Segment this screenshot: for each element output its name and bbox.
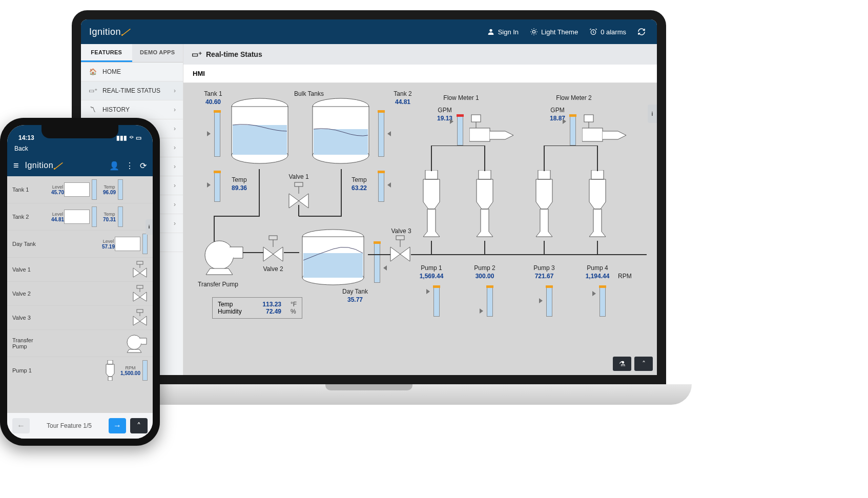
monitor-icon: ▭⁺ bbox=[88, 87, 97, 94]
row-label: Valve 3 bbox=[12, 315, 48, 321]
row-label: Transfer Pump bbox=[12, 337, 48, 349]
nav-realtime-status[interactable]: ▭⁺ REAL-TIME STATUS › bbox=[81, 81, 183, 100]
chevron-right-icon: › bbox=[174, 125, 176, 132]
env-hum-unit: % bbox=[291, 308, 296, 315]
refresh-icon[interactable]: ⟳ bbox=[140, 161, 147, 171]
row-label: Valve 2 bbox=[12, 291, 48, 297]
pump1-value: 1,569.44 bbox=[413, 273, 450, 280]
monitor-icon: ▭⁺ bbox=[192, 50, 202, 58]
phone-row-xferpump[interactable]: Transfer Pump bbox=[7, 330, 153, 357]
phone-row-tank2[interactable]: Tank 2 Level 44.81 Temp 70.31 bbox=[7, 203, 153, 231]
pump2-gauge[interactable] bbox=[487, 286, 493, 317]
flow1-gauge[interactable] bbox=[457, 115, 463, 146]
pump1-gauge[interactable] bbox=[433, 286, 440, 317]
temp-label: Temp bbox=[104, 184, 115, 190]
laptop-mockup: Ignition.⁄ Sign In Light Theme 0 alarms bbox=[72, 10, 687, 430]
nav-home[interactable]: 🏠 HOME bbox=[81, 63, 183, 81]
tab-features[interactable]: FEATURES bbox=[81, 44, 132, 62]
valve2-label: Valve 2 bbox=[260, 265, 286, 273]
info-tab[interactable]: i bbox=[648, 105, 657, 123]
env-hum-label: Humidity bbox=[218, 308, 249, 315]
tab-demo-apps[interactable]: DEMO APPS bbox=[132, 44, 183, 62]
tank2-label: Tank 2 bbox=[387, 90, 418, 97]
chevron-right-icon: › bbox=[174, 163, 176, 170]
tank1-gauge[interactable] bbox=[214, 111, 220, 157]
brand-text: Ignition bbox=[25, 161, 54, 170]
collapse-button[interactable]: ˄ bbox=[634, 357, 653, 371]
theme-label: Light Theme bbox=[541, 28, 578, 36]
more-icon[interactable]: ⋮ bbox=[126, 161, 134, 171]
pump4-value: 1,194.44 bbox=[578, 273, 617, 280]
prev-button[interactable]: ← bbox=[12, 418, 30, 433]
next-button[interactable]: → bbox=[109, 418, 126, 433]
row-label: Tank 1 bbox=[12, 186, 48, 193]
transfer-pump-label: Transfer Pump bbox=[198, 281, 249, 288]
valve-icon bbox=[132, 309, 148, 326]
chevron-right-icon: › bbox=[174, 87, 176, 94]
valve3-icon[interactable] bbox=[388, 235, 412, 263]
phone-footer: ← Tour Feature 1/5 → ˄ bbox=[7, 413, 153, 439]
flask-button[interactable]: ⚗ bbox=[613, 357, 631, 371]
tour-label: Tour Feature 1/5 bbox=[34, 422, 105, 429]
status-time: 14:13 bbox=[18, 134, 34, 141]
env-hum-value: 72.49 bbox=[256, 308, 281, 315]
phone-row-daytank[interactable]: Day Tank Level 57.19 bbox=[7, 231, 153, 258]
sparkline bbox=[64, 182, 90, 197]
camera-dot bbox=[367, 14, 370, 17]
tank1-vessel[interactable] bbox=[226, 96, 293, 168]
flow2-gauge[interactable] bbox=[570, 115, 576, 146]
menu-icon[interactable]: ≡ bbox=[13, 160, 19, 171]
expand-button[interactable]: ˄ bbox=[130, 418, 148, 433]
sidebar-tabs: FEATURES DEMO APPS bbox=[81, 44, 183, 63]
flow1-label: Flow Meter 1 bbox=[436, 94, 487, 101]
phone-body[interactable]: Tank 1 Level 45.70 Temp 96.09 Tank 2 Lev… bbox=[7, 176, 153, 413]
tank2-vessel[interactable] bbox=[307, 96, 374, 168]
day-tank-vessel[interactable] bbox=[297, 229, 369, 290]
gauge-marker bbox=[207, 131, 211, 136]
flow-sensor-icon[interactable] bbox=[582, 113, 628, 149]
content-subheader: HMI bbox=[183, 65, 657, 83]
svg-rect-26 bbox=[471, 115, 481, 122]
mini-gauge bbox=[92, 179, 97, 200]
phone-row-tank1[interactable]: Tank 1 Level 45.70 Temp 96.09 bbox=[7, 176, 153, 203]
transfer-pump-icon[interactable] bbox=[199, 237, 245, 278]
row-label: Valve 1 bbox=[12, 266, 48, 273]
hmi-canvas[interactable]: i Bulk Tanks Tank 1 40.60 bbox=[183, 83, 657, 375]
nav-label: HISTORY bbox=[102, 106, 130, 113]
svg-rect-31 bbox=[582, 128, 603, 141]
pump-pipes bbox=[416, 146, 611, 258]
phone-back-button[interactable]: Back bbox=[7, 142, 153, 155]
info-tab[interactable]: i bbox=[146, 219, 153, 235]
theme-toggle[interactable]: Light Theme bbox=[530, 28, 578, 36]
row-label: Tank 2 bbox=[12, 214, 48, 220]
brand-accent-icon: .⁄ bbox=[119, 23, 130, 40]
chevron-right-icon: › bbox=[174, 182, 176, 189]
user-icon[interactable]: 👤 bbox=[109, 161, 119, 171]
nav-history[interactable]: 〽 HISTORY › bbox=[81, 100, 183, 119]
alarms-button[interactable]: 0 alarms bbox=[589, 28, 626, 36]
valve3-label: Valve 3 bbox=[388, 227, 414, 235]
refresh-button[interactable] bbox=[637, 28, 649, 36]
laptop-screen: Ignition.⁄ Sign In Light Theme 0 alarms bbox=[72, 10, 666, 384]
tank2-gauge[interactable] bbox=[378, 111, 384, 157]
nav-label: HOME bbox=[102, 68, 121, 75]
battery-icon: ▭ bbox=[136, 134, 141, 141]
mini-gauge bbox=[142, 360, 148, 381]
phone-row-valve3[interactable]: Valve 3 bbox=[7, 306, 153, 330]
valve2-icon[interactable] bbox=[261, 235, 285, 263]
pump3-gauge[interactable] bbox=[546, 286, 552, 317]
flow-sensor-icon[interactable] bbox=[469, 113, 515, 149]
brand-logo: Ignition.⁄ bbox=[25, 158, 60, 174]
mini-gauge bbox=[92, 206, 97, 227]
svg-rect-46 bbox=[137, 309, 143, 313]
level-label: Level bbox=[52, 184, 64, 190]
chevron-right-icon: › bbox=[174, 106, 176, 113]
pump4-gauge[interactable] bbox=[600, 286, 606, 317]
gauge-marker bbox=[426, 289, 430, 294]
phone-row-valve1[interactable]: Valve 1 bbox=[7, 258, 153, 282]
sign-in-button[interactable]: Sign In bbox=[487, 28, 519, 36]
day-tank-gauge[interactable] bbox=[374, 242, 380, 283]
phone-row-valve2[interactable]: Valve 2 bbox=[7, 282, 153, 306]
temp-value: 70.31 bbox=[103, 217, 116, 222]
phone-row-pump1[interactable]: Pump 1 RPM 1,500.00 bbox=[7, 357, 153, 384]
